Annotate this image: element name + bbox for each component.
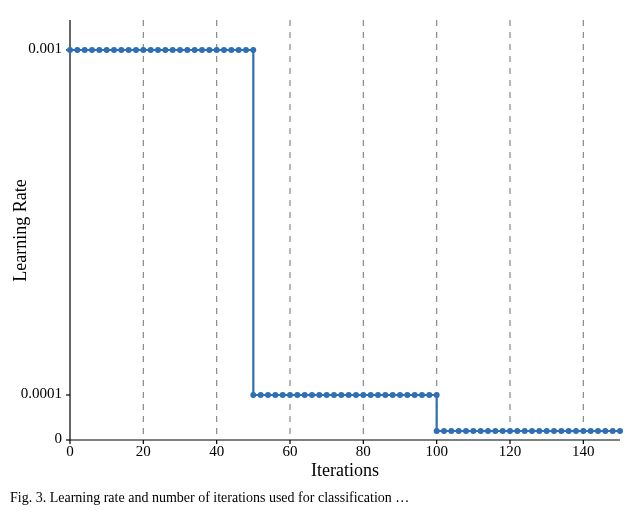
x-axis-title-text: Iterations	[311, 460, 379, 480]
series-marker	[236, 47, 242, 53]
series-marker	[302, 392, 308, 398]
y-tick-label: 0.001	[28, 40, 62, 56]
x-tick-label: 20	[136, 443, 151, 459]
series-marker	[558, 428, 564, 434]
series-marker	[360, 392, 366, 398]
series-lr	[67, 47, 623, 434]
series-marker	[522, 428, 528, 434]
series-marker	[177, 47, 183, 53]
series-marker	[602, 428, 608, 434]
series-marker	[192, 47, 198, 53]
series-marker	[566, 428, 572, 434]
x-tick-label: 100	[425, 443, 448, 459]
series-marker	[287, 392, 293, 398]
series-marker	[126, 47, 132, 53]
series-marker	[390, 392, 396, 398]
series-marker	[272, 392, 278, 398]
figure-caption-text: Fig. 3. Learning rate and number of iter…	[10, 490, 409, 505]
series-marker	[118, 47, 124, 53]
series-marker	[536, 428, 542, 434]
series-marker	[280, 392, 286, 398]
series-marker	[140, 47, 146, 53]
series-marker	[338, 392, 344, 398]
series-marker	[551, 428, 557, 434]
series-marker	[243, 47, 249, 53]
series-marker	[309, 392, 315, 398]
series-marker	[456, 428, 462, 434]
series-marker	[485, 428, 491, 434]
y-axis-title-text: Learning Rate	[10, 179, 31, 281]
series-marker	[529, 428, 535, 434]
y-tick-label: 0	[55, 430, 63, 446]
series-marker	[470, 428, 476, 434]
series-marker	[221, 47, 227, 53]
series-marker	[448, 428, 454, 434]
series-marker	[148, 47, 154, 53]
series-marker	[434, 428, 440, 434]
x-axis-title: Iterations	[70, 460, 620, 481]
series-marker	[89, 47, 95, 53]
series-marker	[353, 392, 359, 398]
series-marker	[265, 392, 271, 398]
y-tick-label: 0.0001	[21, 385, 62, 401]
series-marker	[331, 392, 337, 398]
series-marker	[514, 428, 520, 434]
series-marker	[397, 392, 403, 398]
series-marker	[507, 428, 513, 434]
series-marker	[595, 428, 601, 434]
series-marker	[580, 428, 586, 434]
series-marker	[206, 47, 212, 53]
series-marker	[67, 47, 73, 53]
series-marker	[404, 392, 410, 398]
series-marker	[617, 428, 623, 434]
series-marker	[412, 392, 418, 398]
series-marker	[463, 428, 469, 434]
series-marker	[82, 47, 88, 53]
series-marker	[500, 428, 506, 434]
series-marker	[155, 47, 161, 53]
series-marker	[610, 428, 616, 434]
series-marker	[478, 428, 484, 434]
figure: Learning Rate 00.00010.001 0204060801001…	[0, 0, 640, 512]
series-marker	[382, 392, 388, 398]
figure-caption: Fig. 3. Learning rate and number of iter…	[10, 490, 630, 506]
series-marker	[544, 428, 550, 434]
series-marker	[316, 392, 322, 398]
series-marker	[346, 392, 352, 398]
series-line	[70, 50, 620, 431]
series-marker	[368, 392, 374, 398]
plot-area: 00.00010.001 020406080100120140	[70, 20, 620, 440]
series-marker	[214, 47, 220, 53]
series-marker	[492, 428, 498, 434]
series-marker	[434, 392, 440, 398]
series-marker	[162, 47, 168, 53]
series-marker	[111, 47, 117, 53]
series-marker	[324, 392, 330, 398]
x-tick-label: 0	[66, 443, 74, 459]
y-axis-title: Learning Rate	[8, 20, 32, 440]
series-marker	[294, 392, 300, 398]
series-marker	[104, 47, 110, 53]
series-marker	[441, 428, 447, 434]
series-marker	[133, 47, 139, 53]
x-tick-label: 60	[283, 443, 298, 459]
series-marker	[375, 392, 381, 398]
series-marker	[199, 47, 205, 53]
series-marker	[258, 392, 264, 398]
x-tick-label: 140	[572, 443, 595, 459]
series-marker	[419, 392, 425, 398]
series-marker	[184, 47, 190, 53]
series-marker	[588, 428, 594, 434]
series-marker	[228, 47, 234, 53]
x-tick-label: 40	[209, 443, 224, 459]
series-marker	[250, 392, 256, 398]
vertical-gridlines	[143, 20, 583, 440]
x-tick-labels: 020406080100120140	[66, 440, 594, 459]
series-marker	[573, 428, 579, 434]
x-tick-label: 120	[499, 443, 522, 459]
series-marker	[170, 47, 176, 53]
series-marker	[96, 47, 102, 53]
series-marker	[250, 47, 256, 53]
series-marker	[74, 47, 80, 53]
x-tick-label: 80	[356, 443, 371, 459]
